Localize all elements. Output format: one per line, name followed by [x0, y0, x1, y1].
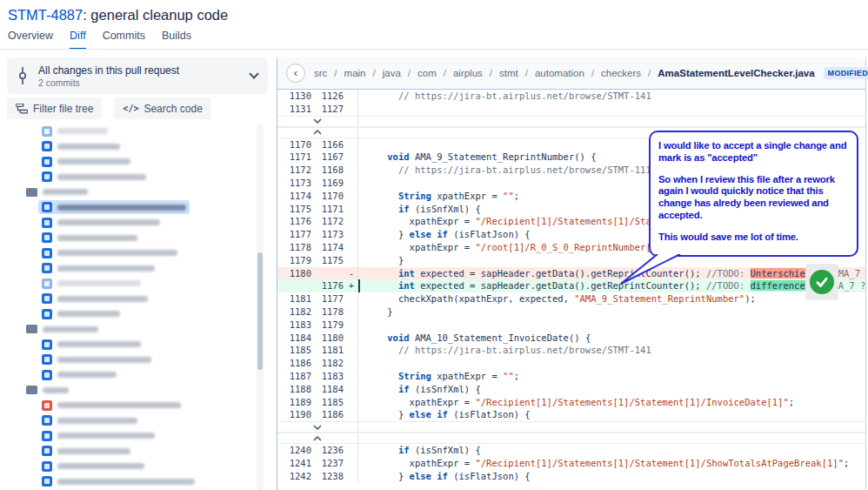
old-line-number[interactable]: 1170 — [277, 138, 316, 151]
old-line-number[interactable]: 1184 — [277, 332, 316, 345]
expand-down-icon[interactable] — [277, 117, 357, 126]
new-line-number[interactable]: 1177 — [316, 292, 345, 305]
old-line-number[interactable]: 1186 — [277, 357, 316, 370]
code-line-content: xpathExpr = "/Recipient[1]/Statements[1]… — [357, 457, 865, 470]
expand-context-row[interactable] — [277, 433, 865, 444]
new-line-number[interactable]: 1186 — [316, 408, 345, 421]
tree-file-item[interactable] — [0, 231, 254, 246]
old-line-number[interactable]: 1172 — [277, 164, 316, 177]
old-line-number[interactable]: 1174 — [277, 190, 316, 203]
new-line-number[interactable]: 1167 — [316, 151, 345, 164]
breadcrumb-segment: java — [383, 68, 401, 78]
new-line-number[interactable]: 1185 — [316, 396, 345, 409]
expand-context-row[interactable] — [277, 116, 865, 127]
new-line-number[interactable]: 1173 — [316, 228, 345, 241]
old-line-number[interactable]: 1176 — [277, 215, 316, 228]
old-line-number[interactable]: 1241 — [277, 457, 316, 470]
file-tree-scrollbar-thumb[interactable] — [257, 252, 263, 370]
old-line-number[interactable]: 1188 — [277, 383, 316, 396]
old-line-number[interactable]: 1183 — [277, 319, 316, 332]
tree-file-item[interactable] — [0, 215, 254, 231]
new-line-number[interactable]: 1184 — [316, 383, 345, 396]
expand-up-icon[interactable] — [277, 433, 357, 443]
tree-file-item[interactable] — [0, 337, 254, 352]
blurred-file-label — [57, 463, 144, 469]
line-marker — [345, 319, 357, 332]
tree-file-item[interactable] — [0, 398, 254, 413]
expand-up-icon[interactable] — [277, 128, 357, 138]
new-line-number[interactable]: 1169 — [316, 177, 345, 190]
old-line-number[interactable]: 1131 — [277, 103, 316, 116]
new-line-number[interactable]: 1176 — [316, 279, 345, 292]
old-line-number[interactable]: 1242 — [277, 470, 316, 483]
new-line-number[interactable]: 1172 — [316, 215, 345, 228]
tree-file-item[interactable] — [0, 200, 254, 216]
new-line-number[interactable]: 1126 — [316, 90, 345, 103]
new-line-number[interactable]: 1166 — [316, 138, 345, 151]
new-line-number[interactable]: 1127 — [316, 103, 345, 116]
tree-file-item[interactable] — [0, 352, 254, 368]
tree-file-item[interactable] — [0, 413, 254, 429]
new-line-number[interactable]: 1238 — [316, 470, 345, 483]
tree-file-item[interactable] — [0, 444, 254, 460]
new-line-number[interactable]: 1170 — [316, 190, 345, 203]
tree-file-item[interactable] — [0, 170, 254, 185]
old-line-number[interactable]: 1190 — [277, 408, 316, 421]
tree-file-item[interactable] — [0, 474, 254, 490]
old-line-number[interactable]: 1181 — [277, 292, 316, 305]
tree-file-item[interactable] — [0, 459, 254, 474]
old-line-number[interactable]: 1185 — [277, 344, 316, 357]
changes-dropdown[interactable]: All changes in this pull request 2 commi… — [7, 57, 268, 94]
tree-file-item[interactable] — [0, 154, 254, 170]
tree-file-item[interactable] — [0, 292, 254, 307]
new-line-number[interactable]: 1178 — [316, 305, 345, 319]
file-tree-scrollbar[interactable] — [257, 124, 264, 490]
new-line-number[interactable]: 1174 — [316, 241, 345, 254]
issue-key-link[interactable]: STMT-4887 — [8, 7, 83, 23]
old-line-number[interactable]: 1171 — [277, 151, 316, 164]
tree-file-item[interactable] — [0, 367, 254, 383]
new-line-number[interactable]: 1179 — [316, 319, 345, 332]
new-line-number[interactable]: 1175 — [316, 254, 345, 267]
filter-file-tree-button[interactable]: Filter file tree — [7, 97, 102, 119]
old-line-number[interactable]: 1179 — [277, 254, 316, 267]
new-line-number[interactable]: 1180 — [316, 332, 345, 345]
tab-commits[interactable]: Commits — [103, 30, 145, 50]
back-button[interactable]: ‹ — [286, 64, 305, 83]
tree-folder-item[interactable] — [0, 383, 254, 399]
old-line-number[interactable]: 1173 — [277, 177, 316, 190]
tree-file-item[interactable] — [0, 261, 254, 277]
new-line-number[interactable]: 1182 — [316, 357, 345, 370]
old-line-number[interactable]: 1189 — [277, 396, 316, 409]
tree-file-item[interactable] — [0, 428, 254, 444]
tab-diff[interactable]: Diff — [70, 30, 86, 50]
new-line-number[interactable]: 1171 — [316, 203, 345, 216]
new-line-number[interactable]: 1237 — [316, 457, 345, 470]
tree-folder-item[interactable] — [0, 185, 254, 200]
tree-file-item[interactable] — [0, 139, 254, 155]
old-line-number[interactable]: 1240 — [277, 444, 316, 457]
tree-file-item[interactable] — [0, 276, 254, 292]
expand-down-icon[interactable] — [277, 422, 357, 432]
old-line-number[interactable]: 1187 — [277, 370, 316, 383]
old-line-number[interactable]: 1130 — [277, 90, 316, 103]
tree-folder-item[interactable] — [0, 322, 254, 338]
old-line-number[interactable]: 1175 — [277, 203, 316, 216]
new-line-number[interactable]: 1181 — [316, 344, 345, 357]
tree-file-item[interactable] — [0, 124, 254, 139]
tab-overview[interactable]: Overview — [8, 30, 53, 50]
old-line-number[interactable]: 1178 — [277, 241, 316, 254]
old-line-number[interactable]: 1177 — [277, 228, 316, 241]
new-line-number[interactable]: 1236 — [316, 444, 345, 457]
old-line-number[interactable]: 1180 — [277, 267, 316, 280]
old-line-number[interactable]: 1182 — [277, 305, 316, 319]
tab-builds[interactable]: Builds — [162, 30, 191, 50]
search-code-button[interactable]: </> Search code — [114, 97, 210, 119]
new-line-number[interactable] — [316, 267, 345, 280]
tree-file-item[interactable] — [0, 306, 254, 322]
expand-context-row[interactable] — [277, 421, 865, 433]
new-line-number[interactable]: 1183 — [316, 370, 345, 383]
old-line-number[interactable] — [277, 279, 316, 292]
new-line-number[interactable]: 1168 — [316, 164, 345, 177]
tree-file-item[interactable] — [0, 245, 254, 261]
